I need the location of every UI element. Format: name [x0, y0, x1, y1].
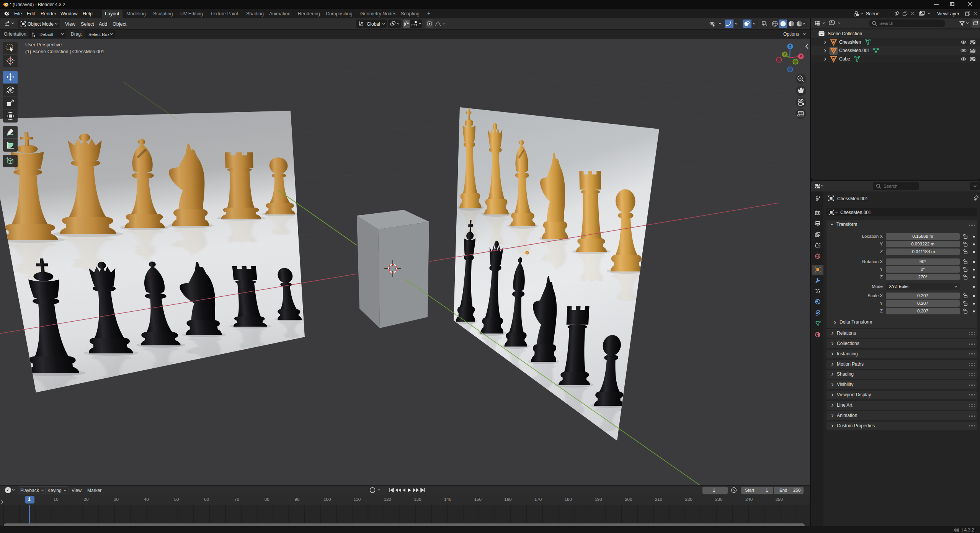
svg-text:Y: Y: [784, 52, 786, 56]
svg-text:X: X: [800, 54, 802, 58]
svg-text:Z: Z: [789, 44, 791, 48]
